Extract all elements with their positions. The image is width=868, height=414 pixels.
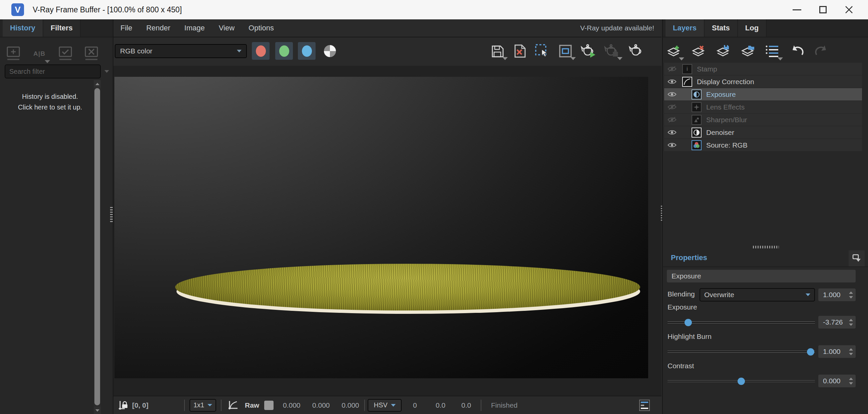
scroll-down-arrow[interactable] [94, 407, 101, 414]
blending-dropdown[interactable]: Overwrite [700, 288, 815, 301]
highlight-burn-slider[interactable] [668, 351, 815, 353]
remove-history-button[interactable] [83, 45, 100, 62]
menu-view[interactable]: View [212, 24, 242, 32]
visibility-toggle[interactable] [664, 79, 680, 85]
scrollbar-thumb[interactable] [94, 88, 100, 405]
visibility-toggle[interactable] [664, 117, 680, 123]
region-render-button[interactable] [557, 43, 574, 59]
delete-layer-button[interactable] [689, 42, 707, 60]
exposure-spinner[interactable]: -3.726 [818, 316, 856, 328]
search-filter-box [5, 64, 101, 79]
load-layers-button[interactable] [739, 42, 756, 60]
layer-label: Stamp [697, 65, 717, 73]
visibility-toggle[interactable] [664, 66, 680, 72]
raw-label: Raw [245, 401, 259, 409]
add-snapshot-icon [6, 46, 21, 62]
search-filter-input[interactable] [5, 68, 102, 76]
history-scrollbar[interactable] [94, 80, 101, 414]
render-image[interactable] [115, 77, 648, 378]
pixel-lock-icon[interactable] [117, 400, 129, 411]
green-channel-button[interactable] [275, 42, 293, 60]
tab-log[interactable]: Log [738, 19, 767, 37]
tab-layers[interactable]: Layers [665, 19, 705, 37]
region-select-button[interactable] [534, 43, 551, 59]
contrast-spinner[interactable]: 0.000 [818, 375, 856, 387]
maximize-button[interactable] [810, 0, 836, 19]
layer-row-sharpen-blur[interactable]: Sharpen/Blur [664, 114, 862, 126]
render-interactive-button[interactable] [604, 43, 620, 59]
layer-row-display-correction[interactable]: Display Correction [664, 76, 862, 88]
spinner-arrows-icon[interactable] [849, 378, 853, 385]
properties-menu-button[interactable] [849, 250, 865, 266]
properties-splitter[interactable] [663, 245, 868, 249]
layer-name-field[interactable]: Exposure [667, 270, 856, 283]
add-layer-dropdown-icon [679, 57, 684, 60]
layer-presets-button[interactable] [764, 42, 781, 60]
blue-channel-button[interactable] [298, 42, 316, 60]
red-channel-button[interactable] [252, 42, 270, 60]
spinner-arrows-icon[interactable] [849, 348, 853, 355]
visibility-toggle[interactable] [664, 129, 680, 136]
update-notice[interactable]: V-Ray update available! [580, 24, 654, 32]
visibility-toggle[interactable] [664, 91, 680, 97]
set-a-button[interactable] [57, 45, 74, 62]
redo-button[interactable] [813, 42, 830, 60]
hsv-value-v: 0.0 [461, 401, 471, 409]
left-splitter-handle[interactable] [110, 207, 113, 223]
color-mode-dropdown[interactable]: HSV [368, 399, 402, 412]
tab-stats[interactable]: Stats [705, 19, 738, 37]
add-layer-button[interactable] [665, 42, 682, 60]
layer-row-exposure[interactable]: Exposure [664, 88, 862, 101]
layer-row-stamp[interactable]: i Stamp [664, 63, 862, 76]
save-image-button[interactable] [489, 43, 506, 59]
spinner-arrows-icon[interactable] [849, 319, 853, 326]
render-last-button[interactable] [581, 43, 597, 59]
channel-select-value: RGB color [116, 47, 237, 55]
search-options-dropdown-icon[interactable] [104, 70, 109, 73]
hsv-value-h: 0 [413, 401, 417, 409]
statusbar-separator [364, 400, 365, 411]
close-button[interactable] [836, 0, 862, 19]
window-title: V-Ray Frame Buffer - [100.0% of 800 x 45… [33, 5, 182, 14]
tab-history[interactable]: History [3, 19, 43, 37]
minimize-icon [793, 9, 801, 10]
ab-compare-button[interactable]: A|B [31, 45, 48, 62]
blending-amount-spinner[interactable]: 1.000 [818, 289, 856, 301]
visibility-toggle[interactable] [664, 142, 680, 148]
menu-render[interactable]: Render [139, 24, 177, 32]
pixel-ratio-dropdown[interactable]: 1x1 [189, 399, 216, 412]
slider-handle[interactable] [738, 378, 745, 385]
menu-options[interactable]: Options [242, 24, 281, 32]
slider-handle[interactable] [684, 319, 692, 326]
tab-filters[interactable]: Filters [43, 19, 81, 37]
undo-button[interactable] [788, 42, 806, 60]
eye-icon [668, 79, 677, 85]
layer-row-source-rgb[interactable]: Source: RGB [664, 139, 862, 152]
minimize-button[interactable] [784, 0, 810, 19]
highlight-burn-spinner[interactable]: 1.000 [818, 345, 856, 358]
progress-log-toggle[interactable] [639, 400, 650, 411]
display-correction-curve-icon[interactable] [227, 400, 238, 411]
statusbar-separator [184, 400, 185, 411]
visibility-toggle[interactable] [664, 104, 680, 110]
render-viewport[interactable] [114, 66, 661, 396]
alpha-channel-button[interactable] [322, 43, 338, 59]
render-button[interactable] [628, 43, 645, 59]
history-disabled-message[interactable]: History is disabled. Click here to set i… [0, 91, 100, 113]
clear-image-button[interactable] [512, 43, 528, 59]
lens-effects-layer-icon [691, 102, 702, 112]
spinner-arrows-icon[interactable] [849, 292, 853, 298]
menu-file[interactable]: File [114, 24, 139, 32]
channel-select-dropdown[interactable]: RGB color [115, 44, 247, 58]
contrast-slider-row: 0.000 [663, 375, 868, 387]
slider-handle[interactable] [807, 348, 814, 356]
layer-row-lens-effects[interactable]: Lens Effects [664, 101, 862, 114]
contrast-slider[interactable] [668, 380, 815, 382]
scroll-up-arrow[interactable] [94, 80, 101, 87]
menu-image[interactable]: Image [178, 24, 212, 32]
layer-row-denoiser[interactable]: Denoiser [664, 126, 862, 139]
save-to-history-button[interactable] [5, 45, 22, 62]
exposure-slider[interactable] [668, 322, 815, 323]
save-layers-button[interactable] [714, 42, 732, 60]
dock-arrow-icon [851, 254, 862, 263]
